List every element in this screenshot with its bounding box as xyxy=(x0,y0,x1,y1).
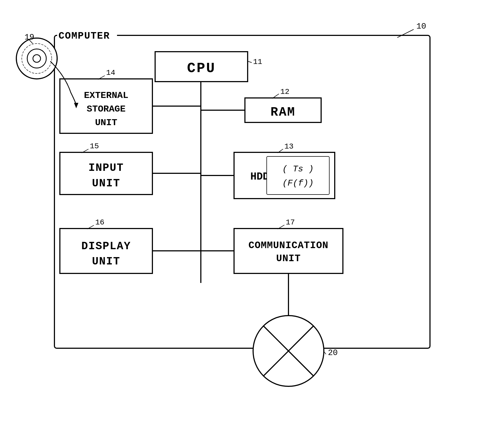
svg-line-36 xyxy=(82,149,88,153)
svg-rect-1 xyxy=(57,33,117,39)
svg-point-49 xyxy=(253,316,324,386)
svg-text:COMPUTER: COMPUTER xyxy=(59,30,110,42)
svg-rect-37 xyxy=(60,229,152,273)
svg-text:DISPLAY: DISPLAY xyxy=(81,240,131,252)
svg-text:INPUT: INPUT xyxy=(88,162,124,174)
svg-point-55 xyxy=(27,49,46,68)
svg-rect-21 xyxy=(234,229,343,273)
svg-point-56 xyxy=(33,55,41,62)
svg-line-31 xyxy=(98,76,105,79)
svg-text:UNIT: UNIT xyxy=(92,255,120,268)
svg-text:EXTERNAL: EXTERNAL xyxy=(84,90,128,101)
svg-marker-60 xyxy=(74,103,78,108)
svg-line-20 xyxy=(278,149,283,153)
svg-line-41 xyxy=(87,225,94,229)
svg-text:17: 17 xyxy=(286,218,295,227)
svg-rect-0 xyxy=(54,35,430,348)
connection-lines: COMPUTER 10 CPU 11 RAM 12 HDD ( Ts ) (F(… xyxy=(22,14,479,422)
svg-rect-32 xyxy=(60,152,152,195)
svg-line-4 xyxy=(397,29,414,38)
svg-point-54 xyxy=(16,38,57,79)
svg-text:UNIT: UNIT xyxy=(276,253,301,264)
svg-text:HDD: HDD xyxy=(250,171,269,183)
svg-text:20: 20 xyxy=(328,348,338,357)
svg-line-53 xyxy=(324,351,326,354)
svg-text:15: 15 xyxy=(90,142,99,150)
svg-rect-16 xyxy=(267,156,329,195)
svg-text:CPU: CPU xyxy=(187,60,216,76)
svg-text:19: 19 xyxy=(24,33,34,42)
svg-line-8 xyxy=(248,61,252,63)
svg-text:COMMUNICATION: COMMUNICATION xyxy=(248,240,328,251)
svg-rect-5 xyxy=(155,52,248,82)
diagram-container: COMPUTER 10 CPU 11 RAM 12 HDD ( Ts ) (F(… xyxy=(22,14,479,422)
svg-line-50 xyxy=(263,326,314,376)
svg-text:(F(f)): (F(f)) xyxy=(282,178,314,188)
svg-text:RAM: RAM xyxy=(271,105,296,119)
svg-line-59 xyxy=(29,40,33,44)
svg-text:10: 10 xyxy=(416,22,426,31)
svg-text:13: 13 xyxy=(284,142,294,151)
svg-rect-26 xyxy=(60,79,152,133)
svg-text:( Ts ): ( Ts ) xyxy=(282,164,314,174)
svg-text:STORAGE: STORAGE xyxy=(87,104,126,114)
svg-text:11: 11 xyxy=(253,58,262,66)
svg-text:UNIT: UNIT xyxy=(92,177,120,190)
svg-rect-10 xyxy=(245,98,321,122)
svg-line-25 xyxy=(278,225,284,229)
svg-text:16: 16 xyxy=(95,218,105,227)
svg-text:14: 14 xyxy=(106,69,115,77)
svg-text:12: 12 xyxy=(280,88,290,96)
svg-line-51 xyxy=(263,326,314,376)
svg-point-57 xyxy=(22,44,52,73)
svg-rect-14 xyxy=(234,152,335,199)
svg-text:UNIT: UNIT xyxy=(95,118,117,128)
svg-line-13 xyxy=(272,94,279,98)
